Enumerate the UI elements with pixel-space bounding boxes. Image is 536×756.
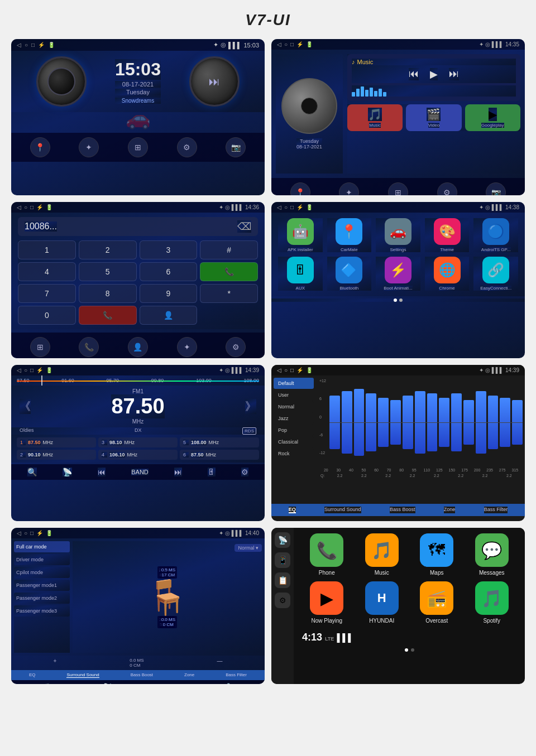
preset-6[interactable]: 6 87.50 MHz (180, 450, 259, 460)
nav-surround[interactable]: 📡 (103, 683, 113, 684)
app-carmate[interactable]: 📍 CarMate (327, 218, 372, 252)
zone-tab-eq[interactable]: EQ (29, 672, 36, 678)
eq-nav[interactable]: 🎚 (208, 468, 216, 476)
mode-copilot[interactable]: Cpilot mode (14, 567, 70, 578)
key-4[interactable]: 4 (18, 262, 76, 281)
contact-button[interactable]: 👤 (140, 306, 198, 325)
nav-call[interactable]: 📞 (79, 337, 99, 357)
app-easyconnect[interactable]: 🔗 EasyConnecti... (473, 257, 518, 291)
delete-button[interactable]: ⌫ (237, 220, 251, 233)
band-btn[interactable]: BAND (131, 469, 149, 475)
key-hash[interactable]: # (200, 240, 258, 259)
cp-app-overcast[interactable]: 📻 Overcast (412, 581, 462, 624)
key-5[interactable]: 5 (79, 262, 137, 281)
cp-app-phone[interactable]: 📞 Phone (302, 533, 352, 576)
key-2[interactable]: 2 (79, 240, 137, 259)
search-nav[interactable]: 🔍 (27, 468, 37, 476)
nav-location-2[interactable]: 📍 (290, 182, 310, 195)
zone-tab-zone[interactable]: Zone (184, 672, 194, 678)
eq-preset-user[interactable]: User (274, 389, 314, 401)
mode-full[interactable]: Full car mode (14, 541, 70, 552)
mode-passenger3[interactable]: Passenger mode3 (14, 605, 70, 617)
eq-preset-rock[interactable]: Rock (274, 448, 314, 459)
app-boot-anim[interactable]: ⚡ Boot Animati... (376, 257, 420, 291)
call-button[interactable]: 📞 (200, 262, 258, 281)
nav-camera[interactable]: 📷 (226, 137, 246, 157)
zone-tab-filter[interactable]: Bass Filter (226, 672, 247, 678)
play-btn[interactable]: ▶ (430, 68, 438, 80)
nav-location[interactable]: 📍 (30, 137, 50, 157)
key-0[interactable]: 0 (18, 306, 76, 325)
nav-bluetooth-2[interactable]: ✦ (339, 182, 359, 195)
zone-tab-surround[interactable]: Surround Sound (66, 672, 99, 678)
tab-eq[interactable]: EQ (289, 507, 296, 513)
key-8[interactable]: 8 (79, 284, 137, 303)
next-freq-btn[interactable]: 》 (245, 399, 256, 414)
nav-settings[interactable]: ⚙ (177, 137, 197, 157)
key-7[interactable]: 7 (18, 284, 76, 303)
mode-driver[interactable]: Driver mode (14, 554, 70, 565)
nav-zone[interactable]: ⊕ (166, 683, 173, 684)
app-video[interactable]: 🎬 Video (406, 104, 461, 131)
prev-freq-btn[interactable]: 《 (20, 399, 31, 414)
preset-3[interactable]: 3 98.10 MHz (98, 437, 178, 447)
tab-surround[interactable]: Surround Sound (324, 507, 361, 513)
next-nav[interactable]: ⏭ (174, 468, 182, 476)
nav-camera-2[interactable]: 📷 (486, 182, 506, 195)
app-androits[interactable]: 🔵 AndroiTS GP... (473, 218, 518, 252)
eq-preset-jazz[interactable]: Jazz (274, 413, 314, 424)
key-3[interactable]: 3 (140, 240, 198, 259)
key-1[interactable]: 1 (18, 240, 76, 259)
nav-dialpad[interactable]: ⊞ (30, 337, 50, 357)
app-chrome[interactable]: 🌐 Chrome (425, 257, 470, 291)
nav-bluetooth[interactable]: ✦ (79, 137, 99, 157)
settings-nav[interactable]: ⚙ (241, 468, 248, 476)
plus-btn[interactable]: + (53, 658, 56, 668)
next-btn[interactable]: ⏭ (449, 68, 459, 80)
nav-bt-call[interactable]: ✦ (177, 337, 197, 357)
left-knob[interactable] (36, 56, 87, 107)
preset-2[interactable]: 2 90.10 MHz (17, 450, 96, 460)
app-settings[interactable]: 🚗 Settings (376, 218, 420, 252)
cp-app-hyundai[interactable]: H HYUNDAI (357, 581, 407, 624)
preset-5[interactable]: 5 108.00 MHz (180, 437, 259, 447)
tab-bass-boost[interactable]: Bass Boost (390, 507, 415, 513)
hangup-button[interactable]: 📞 (79, 306, 137, 325)
eq-preset-pop[interactable]: Pop (274, 425, 314, 436)
preset-1[interactable]: 1 87.50 MHz (17, 437, 96, 447)
cp-app-maps[interactable]: 🗺 Maps (412, 533, 462, 576)
mode-passenger2[interactable]: Passenger mode2 (14, 593, 70, 604)
app-music[interactable]: 🎵 Music (347, 104, 403, 131)
key-6[interactable]: 6 (140, 262, 198, 281)
app-theme[interactable]: 🎨 Theme (425, 218, 470, 252)
prev-btn[interactable]: ⏮ (409, 68, 419, 80)
nav-settings-2[interactable]: ⚙ (437, 182, 457, 195)
preset-4[interactable]: 4 106.10 MHz (98, 450, 178, 460)
app-bluetooth[interactable]: 🔷 Bluetooth (327, 257, 372, 291)
app-aux[interactable]: 🎚 AUX (278, 257, 323, 291)
player-knob[interactable]: ⏭ (189, 56, 240, 107)
cp-app-messages[interactable]: 💬 Messages (467, 533, 517, 576)
nav-sound[interactable]: 🎵 (41, 683, 50, 684)
tab-zone[interactable]: Zone (444, 507, 456, 513)
scan-nav[interactable]: 📡 (63, 468, 72, 476)
app-apk[interactable]: 🤖 APK installer (278, 218, 323, 252)
app-googleplay[interactable]: ▶ Googleplay (465, 104, 520, 131)
nav-menu[interactable]: ⊞ (128, 137, 148, 157)
cp-app-spotify[interactable]: 🎵 Spotify (467, 581, 517, 624)
key-9[interactable]: 9 (140, 284, 198, 303)
nav-contacts[interactable]: 👤 (128, 337, 148, 357)
key-star[interactable]: * (200, 284, 258, 303)
zone-tab-bass[interactable]: Bass Boost (131, 672, 153, 678)
tab-bass-filter[interactable]: Bass Filter (484, 507, 508, 513)
prev-nav[interactable]: ⏮ (98, 468, 106, 476)
nav-filter[interactable]: 🔧 (226, 683, 235, 684)
minus-btn[interactable]: — (217, 658, 223, 668)
eq-preset-normal[interactable]: Normal (274, 401, 314, 412)
cp-app-music[interactable]: 🎵 Music (357, 533, 407, 576)
cp-app-now-playing[interactable]: ▶ Now Playing (302, 581, 352, 624)
mode-passenger1[interactable]: Passenger mode1 (14, 580, 70, 591)
eq-preset-default[interactable]: Default (274, 378, 314, 389)
nav-phone-settings[interactable]: ⚙ (226, 337, 246, 357)
eq-preset-classical[interactable]: Classical (274, 436, 314, 447)
